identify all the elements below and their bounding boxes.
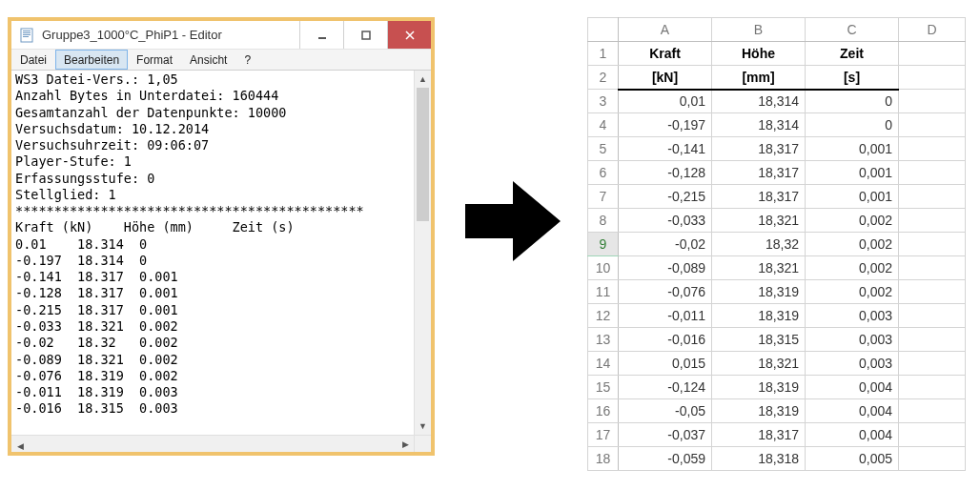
cell[interactable]: 18,314 [712, 90, 806, 113]
cell[interactable]: Zeit [806, 42, 899, 66]
row-header[interactable]: 6 [588, 161, 619, 185]
row-header[interactable]: 11 [588, 280, 619, 304]
row-header[interactable]: 12 [588, 304, 619, 328]
cell[interactable]: 0,002 [806, 280, 899, 304]
row-header[interactable]: 1 [588, 42, 619, 66]
cell[interactable]: 0 [806, 90, 899, 113]
cell[interactable]: 18,314 [712, 113, 806, 137]
cell[interactable]: [kN] [619, 66, 712, 90]
cell[interactable] [899, 376, 966, 399]
cell[interactable] [899, 280, 966, 304]
cell[interactable]: -0,037 [619, 423, 712, 447]
row-header[interactable]: 4 [588, 113, 619, 137]
cell[interactable]: -0,059 [619, 447, 712, 471]
cell[interactable] [899, 209, 966, 233]
cell[interactable]: 18,319 [712, 399, 806, 423]
cell[interactable]: -0,011 [619, 304, 712, 328]
cell[interactable]: 18,321 [712, 352, 806, 376]
vertical-scrollbar[interactable]: ▲ ▼ [414, 71, 431, 435]
cell[interactable]: 0,002 [806, 209, 899, 233]
cell[interactable]: 0,01 [619, 90, 712, 113]
col-header-b[interactable]: B [712, 18, 806, 42]
cell[interactable]: 0 [806, 113, 899, 137]
scroll-left-icon[interactable]: ◀ [11, 439, 29, 453]
cell[interactable]: 18,321 [712, 256, 806, 280]
row-header[interactable]: 10 [588, 256, 619, 280]
cell[interactable] [899, 304, 966, 328]
scroll-right-icon[interactable]: ▶ [397, 436, 414, 452]
row-header[interactable]: 7 [588, 185, 619, 209]
cell[interactable]: -0,128 [619, 161, 712, 185]
cell[interactable] [899, 256, 966, 280]
cell[interactable]: 0,001 [806, 137, 899, 161]
cell[interactable]: [mm] [712, 66, 806, 90]
cell[interactable]: Höhe [712, 42, 806, 66]
row-header[interactable]: 18 [588, 447, 619, 471]
cell[interactable]: 18,32 [712, 233, 806, 256]
row-header[interactable]: 16 [588, 399, 619, 423]
cell[interactable]: -0,124 [619, 376, 712, 399]
cell[interactable]: -0,089 [619, 256, 712, 280]
cell[interactable] [899, 399, 966, 423]
cell[interactable]: Kraft [619, 42, 712, 66]
cell[interactable]: 18,317 [712, 185, 806, 209]
sheet-grid[interactable]: A B C D 1 Kraft Höhe Zeit 2 [kN] [mm] [s… [587, 17, 966, 471]
cell[interactable] [899, 447, 966, 471]
cell[interactable]: 0,004 [806, 376, 899, 399]
select-all-corner[interactable] [588, 18, 619, 42]
row-header[interactable]: 2 [588, 66, 619, 90]
col-header-a[interactable]: A [619, 18, 712, 42]
cell[interactable] [899, 185, 966, 209]
cell[interactable]: -0,05 [619, 399, 712, 423]
cell[interactable] [899, 423, 966, 447]
cell[interactable]: 0,005 [806, 447, 899, 471]
scroll-thumb[interactable] [417, 88, 429, 221]
cell[interactable]: 18,317 [712, 161, 806, 185]
row-header[interactable]: 13 [588, 328, 619, 352]
cell[interactable] [899, 137, 966, 161]
cell[interactable]: -0,016 [619, 328, 712, 352]
maximize-button[interactable] [343, 21, 387, 49]
cell[interactable]: 0,003 [806, 328, 899, 352]
cell[interactable]: [s] [806, 66, 899, 90]
text-content[interactable]: WS3 Datei-Vers.: 1,05 Anzahl Bytes in Un… [11, 71, 414, 435]
cell[interactable]: 18,321 [712, 209, 806, 233]
cell[interactable]: 0,003 [806, 304, 899, 328]
text-area[interactable]: WS3 Datei-Vers.: 1,05 Anzahl Bytes in Un… [11, 71, 431, 452]
cell[interactable]: 18,317 [712, 137, 806, 161]
cell[interactable]: 18,319 [712, 376, 806, 399]
cell[interactable]: 0,001 [806, 161, 899, 185]
cell[interactable] [899, 113, 966, 137]
cell[interactable]: -0,141 [619, 137, 712, 161]
cell[interactable]: 0,004 [806, 399, 899, 423]
cell[interactable] [899, 66, 966, 90]
cell[interactable]: -0,02 [619, 233, 712, 256]
cell[interactable]: 18,319 [712, 304, 806, 328]
menu-format[interactable]: Format [128, 50, 181, 70]
menu-ansicht[interactable]: Ansicht [181, 50, 235, 70]
horizontal-scrollbar[interactable]: ◀ ▶ [11, 435, 414, 452]
menu-bearbeiten[interactable]: Bearbeiten [55, 50, 128, 70]
row-header[interactable]: 5 [588, 137, 619, 161]
row-header[interactable]: 3 [588, 90, 619, 113]
row-header[interactable]: 14 [588, 352, 619, 376]
row-header[interactable]: 9 [588, 233, 619, 256]
cell[interactable]: 18,315 [712, 328, 806, 352]
cell[interactable]: 18,317 [712, 423, 806, 447]
cell[interactable]: -0,197 [619, 113, 712, 137]
row-header[interactable]: 8 [588, 209, 619, 233]
minimize-button[interactable] [299, 21, 343, 49]
cell[interactable]: -0,033 [619, 209, 712, 233]
cell[interactable] [899, 233, 966, 256]
cell[interactable]: -0,076 [619, 280, 712, 304]
cell[interactable]: 0,002 [806, 233, 899, 256]
cell[interactable] [899, 352, 966, 376]
col-header-c[interactable]: C [806, 18, 899, 42]
cell[interactable]: 18,318 [712, 447, 806, 471]
cell[interactable]: 0,003 [806, 352, 899, 376]
row-header[interactable]: 17 [588, 423, 619, 447]
close-button[interactable] [387, 21, 431, 49]
menu-datei[interactable]: Datei [11, 50, 55, 70]
cell[interactable]: 0,004 [806, 423, 899, 447]
menu-hilfe[interactable]: ? [235, 50, 259, 70]
